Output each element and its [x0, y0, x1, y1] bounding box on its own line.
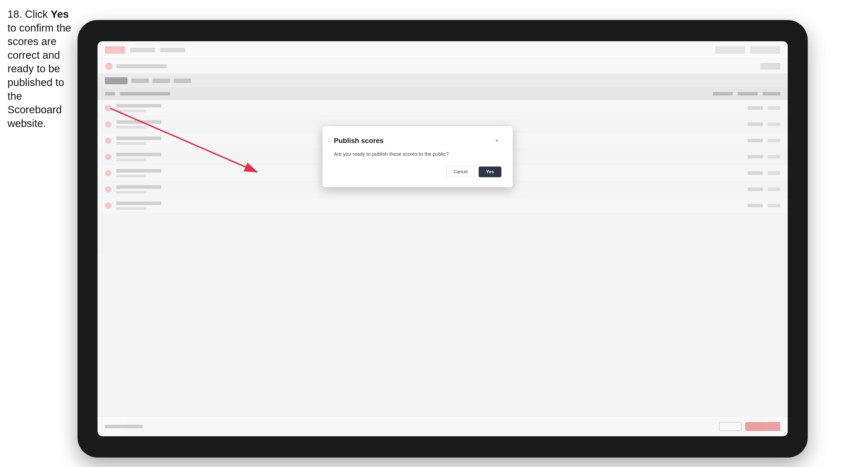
row-score2 — [768, 139, 780, 142]
instruction-text: 18. Click Yes to confirm the scores are … — [7, 7, 78, 130]
row-sub — [116, 126, 146, 128]
action-bar-item-2 — [153, 79, 170, 83]
publish-scores-modal[interactable]: Publish scores × Are you ready to publis… — [322, 126, 513, 187]
col-header-score2 — [738, 92, 758, 95]
name-col — [116, 201, 531, 210]
row-score2 — [768, 155, 780, 158]
nav-button — [715, 46, 745, 54]
modal-body: Are you ready to publish these scores to… — [334, 150, 501, 158]
row-score1 — [748, 139, 763, 142]
sub-header-text — [116, 64, 166, 68]
table-row — [97, 197, 788, 214]
nav-item-1 — [130, 48, 155, 52]
row-sub — [116, 142, 146, 145]
row-name — [116, 104, 161, 107]
action-bar-btn — [105, 77, 127, 84]
sub-header — [97, 59, 788, 74]
row-score2 — [768, 106, 780, 110]
nav-bar — [97, 41, 788, 59]
modal-close-button[interactable]: × — [492, 136, 501, 145]
row-score2 — [768, 204, 780, 207]
tablet-screen: Publish scores × Are you ready to publis… — [97, 41, 788, 436]
modal-header: Publish scores × — [334, 136, 501, 145]
action-bar-item-1 — [131, 79, 149, 83]
footer-btn-outline — [719, 422, 741, 431]
row-sub — [116, 158, 146, 161]
row-sub — [116, 110, 146, 112]
row-name — [116, 153, 161, 156]
footer-bar — [97, 416, 788, 436]
row-name — [116, 169, 161, 173]
col-header-score1 — [713, 92, 733, 95]
rank-badge — [105, 170, 111, 176]
column-headers — [97, 88, 788, 100]
yes-button[interactable]: Yes — [478, 166, 501, 177]
row-score1 — [748, 171, 763, 175]
instruction-bold: Yes — [51, 8, 69, 20]
instruction-part1: Click — [22, 8, 51, 20]
cancel-button[interactable]: Cancel — [446, 166, 475, 177]
row-score1 — [748, 155, 763, 158]
rank-badge — [105, 137, 111, 144]
row-name — [116, 120, 161, 124]
col-header-rank — [105, 92, 115, 95]
row-sub — [116, 207, 146, 210]
rank-badge — [105, 154, 111, 160]
modal-footer: Cancel Yes — [334, 166, 501, 177]
nav-logo — [105, 46, 125, 54]
nav-button-2 — [750, 46, 780, 54]
row-sub — [116, 191, 146, 193]
row-score1 — [748, 106, 763, 110]
modal-title: Publish scores — [334, 137, 383, 145]
action-bar-item-3 — [174, 79, 191, 83]
modal-message: Are you ready to publish these scores to… — [334, 150, 501, 158]
rank-badge — [105, 203, 111, 209]
row-score1 — [748, 187, 763, 191]
row-score1 — [748, 123, 763, 126]
sub-header-btn — [760, 63, 780, 69]
rank-badge — [105, 186, 111, 192]
step-number: 18. — [7, 8, 22, 20]
nav-item-2 — [160, 48, 185, 52]
row-score2 — [768, 123, 780, 126]
row-name — [116, 201, 161, 205]
row-score2 — [768, 171, 780, 175]
row-score1 — [748, 204, 763, 207]
col-header-total — [763, 92, 780, 95]
rank-badge — [105, 121, 111, 127]
action-bar — [97, 74, 788, 88]
row-sub — [116, 175, 146, 177]
footer-text — [105, 425, 143, 428]
row-score2 — [768, 187, 780, 191]
footer-btn-filled — [745, 422, 780, 431]
col-header-name — [120, 92, 170, 95]
row-name — [116, 185, 161, 189]
instruction-part2: to confirm the scores are correct and re… — [7, 22, 71, 129]
table-row — [97, 100, 788, 116]
name-col — [116, 104, 531, 112]
row-name — [116, 136, 161, 140]
sub-header-icon — [105, 62, 113, 70]
tablet-device: Publish scores × Are you ready to publis… — [78, 20, 808, 458]
rank-badge — [105, 105, 111, 111]
